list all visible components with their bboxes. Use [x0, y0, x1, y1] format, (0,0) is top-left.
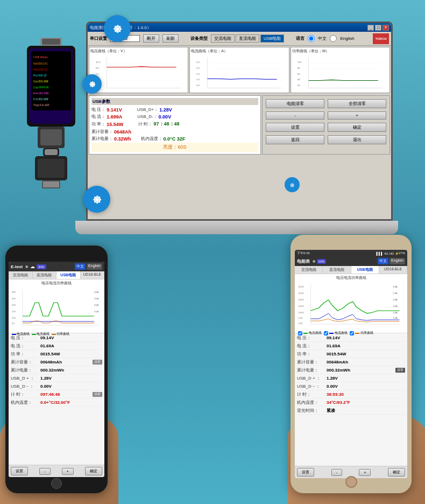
power-value: 15.54W — [107, 122, 123, 127]
right-voltage-value: 09.14V — [327, 335, 340, 340]
svg-text:Vol:009.141: Vol:009.141 — [33, 62, 48, 65]
svg-text:USB Meter: USB Meter — [33, 55, 48, 59]
phone-left-home-btn[interactable] — [51, 478, 62, 489]
lang-zh-radio[interactable] — [308, 35, 315, 42]
right-settings-btn[interactable]: 设置 — [297, 468, 314, 477]
left-energy-label: 累计电量： — [11, 367, 40, 373]
ac-power-button[interactable]: 交流电能 — [211, 34, 235, 43]
left-confirm-btn[interactable]: 确定 — [85, 467, 102, 475]
confirm-button[interactable]: 确定 — [328, 123, 386, 132]
app-left-ui: E-test ⎈ ☁ info 中文 English 交流电能 直流电能 USB… — [9, 262, 104, 477]
tab-usb-right[interactable]: USB电能 — [351, 266, 379, 274]
maximize-button[interactable]: □ — [375, 25, 381, 31]
right-energy-clear[interactable]: 清零 — [395, 368, 405, 373]
svg-text:20: 20 — [298, 84, 300, 87]
language-selector: 中文 English — [308, 35, 354, 42]
phone-body-left: E-test ⎈ ☁ info 中文 English 交流电能 直流电能 USB… — [5, 246, 108, 493]
left-usbd-minus-row: USB_D－： 0.00V — [11, 383, 102, 390]
minimize-button[interactable]: _ — [367, 25, 374, 31]
left-timer-clear[interactable]: 清零 — [93, 392, 102, 397]
svg-text:Tmp:0.0+32F: Tmp:0.0+32F — [33, 103, 49, 107]
tab-dc-right[interactable]: 直流电能 — [323, 266, 351, 274]
app-left-chart: 电压电流功率曲线 30V 25V 20V 15V 10V 5V 4.0A — [9, 279, 104, 333]
left-minus-btn[interactable]: - — [39, 468, 50, 475]
right-plus-btn[interactable]: + — [359, 469, 371, 476]
svg-text:6.0A: 6.0A — [393, 285, 398, 288]
right-usbd-plus-label: USB_D + ： — [297, 375, 327, 381]
right-voltage-label: 电 压： — [297, 335, 327, 341]
close-button[interactable]: ✕ — [382, 25, 389, 31]
left-plus-btn[interactable]: + — [62, 468, 74, 475]
svg-text:10.0: 10.0 — [96, 61, 101, 64]
tab-dc-left[interactable]: 直流电能 — [33, 271, 57, 279]
left-timer-label: 计 时： — [11, 391, 40, 397]
lang-en-right[interactable]: English — [389, 258, 405, 264]
svg-text:2.0: 2.0 — [196, 73, 200, 75]
svg-text:10.0V: 10.0V — [299, 311, 304, 314]
usb-params-panel: USB参数 电 压： 9.141V USB_D+： 1.28V — [89, 95, 261, 155]
controls-panel: 电能清零 全部清零 - + 设置 确定 返回 退出 — [262, 95, 390, 155]
svg-text:3.0A: 3.0A — [94, 304, 99, 306]
right-minus-btn[interactable]: - — [331, 469, 342, 476]
bt-icon-bot: ⎈ — [83, 186, 110, 213]
bt-symbol-bot: ⎈ — [93, 192, 101, 207]
svg-rect-55 — [38, 159, 65, 178]
back-button[interactable]: 返回 — [266, 135, 324, 144]
svg-text:40: 40 — [298, 78, 300, 81]
right-timer-row: 计 时： 38:53:20 — [297, 391, 405, 398]
voltage-item: 电 压： 9.141V — [91, 107, 122, 113]
left-capacity-label: 累计容量： — [11, 359, 40, 365]
timer-value: 97：48：48 — [154, 121, 180, 128]
phone-screen-left: E-test ⎈ ☁ info 中文 English 交流电能 直流电能 USB… — [9, 262, 104, 477]
left-current-label: 电 流： — [11, 343, 40, 349]
left-settings-btn[interactable]: 设置 — [11, 467, 28, 475]
svg-text:60: 60 — [298, 73, 300, 75]
right-backlight-row: 背光时间： 紧凑 — [297, 407, 405, 415]
right-usbd-minus-row: USB_D－： 0.00V — [297, 383, 405, 390]
bt-icon-params: ⎈ — [285, 177, 300, 192]
legend-current-right: 电流曲线 — [324, 331, 348, 335]
clear-chart-button[interactable]: 电能清零 — [266, 99, 324, 108]
app-right-header: 电能表 ⎈ info 中文 English — [295, 256, 407, 266]
lang-zh-left[interactable]: 中文 — [75, 263, 86, 270]
lang-en-left[interactable]: English — [87, 263, 102, 270]
svg-text:4.0A: 4.0A — [94, 291, 99, 293]
voltage-chart-box: 电压曲线（单位：V） 10.0 8.0 — [89, 47, 188, 93]
tab-usb-left[interactable]: USB电能 — [56, 271, 81, 279]
energy-label: 累计电量： — [91, 136, 113, 142]
clear-all-button[interactable]: 全部清零 — [328, 99, 386, 108]
left-capacity-clear[interactable]: 清零 — [93, 360, 102, 365]
app-left-tabs: 交流电能 直流电能 USB电能 UD18-BLE — [9, 271, 104, 279]
temp-item: 机内温度： 0.0°C 32F — [141, 136, 186, 142]
data-panel: USB参数 电 压： 9.141V USB_D+： 1.28V — [88, 94, 391, 156]
voltage-row: 电 压： 9.141V USB_D+： 1.28V — [91, 107, 258, 113]
minus-button[interactable]: - — [266, 111, 324, 120]
lang-zh-right[interactable]: 中文 — [378, 258, 388, 264]
refresh-button[interactable]: 刷新 — [162, 34, 179, 43]
svg-rect-0 — [95, 54, 182, 92]
tab-ac-right[interactable]: 交流电能 — [295, 266, 323, 274]
phone-right-home-btn[interactable] — [345, 476, 357, 488]
right-confirm-btn[interactable]: 确定 — [388, 468, 405, 477]
power-chart-svg: 120 80 60 40 20 — [292, 54, 388, 92]
left-power-value: 0015.54W — [40, 352, 60, 356]
lang-en-radio[interactable] — [330, 35, 337, 42]
tab-ble-right[interactable]: UD18-BLE — [379, 266, 407, 274]
tab-ac-left[interactable]: 交流电能 — [9, 271, 33, 279]
left-temp-label: 机内温度： — [11, 400, 40, 405]
bt-icon-mid: ⎈ — [82, 74, 102, 94]
settings-button[interactable]: 设置 — [266, 123, 324, 132]
tab-ble-left[interactable]: UD18-BLE — [81, 271, 105, 279]
svg-text:2.0A: 2.0A — [393, 311, 398, 314]
current-row: 电 流： 1.699A USB_D-： 0.00V — [91, 114, 258, 120]
exit-button[interactable]: 退出 — [328, 135, 386, 144]
usb-power-button[interactable]: USB电能 — [260, 34, 284, 43]
legend-power-right: 功率曲线 — [350, 331, 373, 335]
current-value: 1.699A — [107, 114, 122, 120]
bt-icon-left-app: ⎈ — [25, 264, 28, 269]
open-button[interactable]: 断开 — [143, 34, 159, 43]
svg-text:Pow:015.32: Pow:015.32 — [33, 68, 48, 71]
plus-button[interactable]: + — [328, 111, 386, 120]
svg-text:4.0: 4.0 — [196, 61, 200, 64]
dc-power-button[interactable]: 直流电能 — [236, 34, 259, 43]
